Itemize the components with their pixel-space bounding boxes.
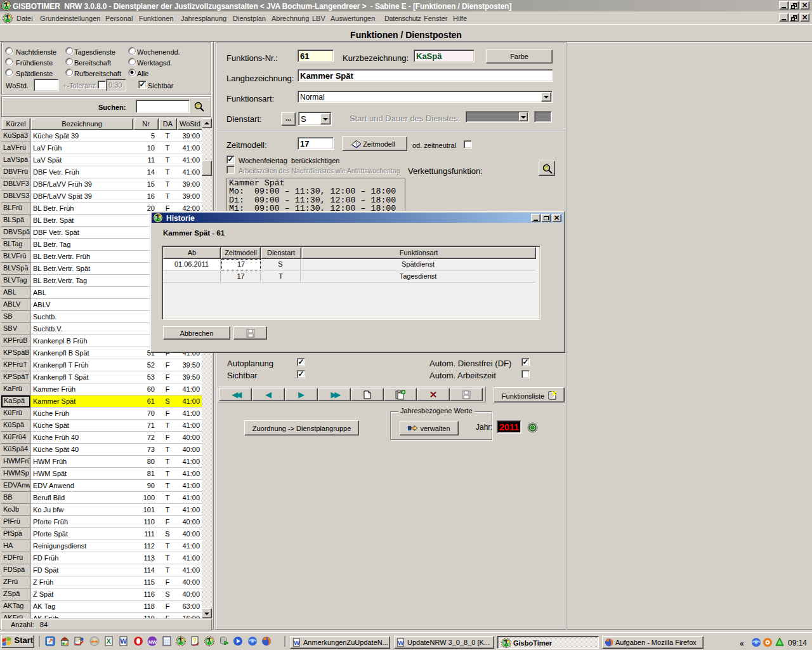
svg-text:W: W xyxy=(398,639,404,646)
svg-text:X: X xyxy=(107,637,112,645)
svg-text:F: F xyxy=(545,164,549,171)
svg-text:NW: NW xyxy=(148,639,157,645)
svg-text:?: ? xyxy=(193,637,197,644)
svg-text:W: W xyxy=(294,639,300,646)
svg-text:F: F xyxy=(197,102,200,109)
svg-text:W: W xyxy=(121,637,128,645)
